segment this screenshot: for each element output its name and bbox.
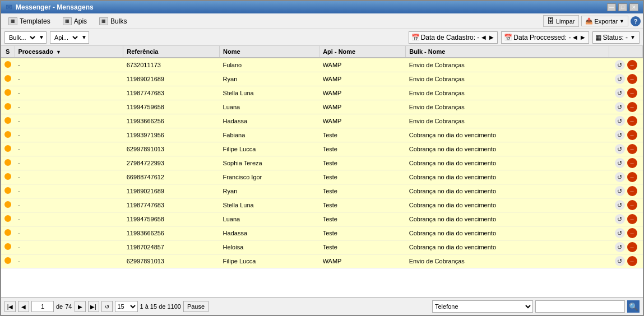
retry-button[interactable]: ↺	[615, 116, 625, 126]
exportar-button[interactable]: 📤 Exportar ▼	[581, 16, 629, 26]
first-page-button[interactable]: |◀	[4, 301, 16, 312]
retry-button[interactable]: ↺	[615, 214, 625, 224]
status-cell	[1, 240, 15, 254]
status-dot	[4, 103, 11, 110]
menu-item-bulks[interactable]: ▦ Bulks	[94, 15, 132, 27]
retry-button[interactable]: ↺	[615, 256, 625, 266]
stop-button[interactable]: –	[627, 144, 637, 154]
retry-button[interactable]: ↺	[615, 144, 625, 154]
nome-cell: Luana	[220, 212, 319, 226]
retry-button[interactable]: ↺	[615, 158, 625, 168]
retry-button[interactable]: ↺	[615, 88, 625, 98]
stop-button[interactable]: –	[627, 242, 637, 252]
search-input[interactable]	[535, 300, 625, 313]
stop-button[interactable]: –	[627, 88, 637, 98]
bulks-label: Bulks	[110, 17, 127, 25]
stop-button[interactable]: –	[627, 200, 637, 210]
retry-button[interactable]: ↺	[615, 60, 625, 70]
data-cadastro-prev-btn[interactable]: ◀	[480, 34, 487, 40]
range-label: 1 à 15 de 1100	[140, 303, 181, 310]
nome-cell: Heloisa	[220, 240, 319, 254]
stop-button[interactable]: –	[627, 214, 637, 224]
status-cell	[1, 226, 15, 240]
stop-button[interactable]: –	[627, 186, 637, 196]
processado-cell: -	[15, 128, 123, 142]
col-bulk-nome[interactable]: Bulk - Nome	[406, 46, 609, 58]
help-button[interactable]: ?	[631, 16, 641, 26]
status-cell	[1, 170, 15, 184]
stop-button[interactable]: –	[627, 102, 637, 112]
status-cell	[1, 72, 15, 86]
stop-button[interactable]: –	[627, 256, 637, 266]
retry-button[interactable]: ↺	[615, 228, 625, 238]
retry-button[interactable]: ↺	[615, 200, 625, 210]
actions-cell: ↺ –	[609, 198, 643, 212]
data-processed-prev-btn[interactable]: ◀	[572, 34, 578, 40]
data-processed-next-btn[interactable]: ▶	[580, 34, 586, 40]
limpar-button[interactable]: 🗄 Limpar	[543, 15, 579, 27]
stop-button[interactable]: –	[627, 60, 637, 70]
retry-button[interactable]: ↺	[615, 74, 625, 84]
processado-cell: -	[15, 86, 123, 100]
bulk-filter-select[interactable]: Bulk... ▼	[4, 31, 47, 44]
processado-cell: -	[15, 100, 123, 114]
retry-button[interactable]: ↺	[615, 102, 625, 112]
stop-button[interactable]: –	[627, 172, 637, 182]
actions-cell: ↺ –	[609, 142, 643, 156]
last-page-button[interactable]: ▶|	[88, 301, 99, 312]
data-processed-label: Data Proccessed: -	[513, 34, 571, 41]
bulk-cell: Cobrança no dia do vencimento	[406, 240, 609, 254]
status-cell	[1, 212, 15, 226]
status-dot	[4, 131, 11, 138]
retry-button[interactable]: ↺	[615, 242, 625, 252]
retry-button[interactable]: ↺	[615, 130, 625, 140]
stop-button[interactable]: –	[627, 228, 637, 238]
table-row: - 11993666256 Hadassa Teste Cobrança no …	[1, 226, 643, 240]
prev-page-button[interactable]: ◀	[18, 301, 29, 312]
api-cell: Teste	[319, 198, 406, 212]
minimize-button[interactable]: —	[607, 3, 616, 11]
bulk-select-input[interactable]: Bulk...	[5, 32, 37, 43]
data-cadastro-filter: 📅 Data de Cadastro: - ◀ ▶	[409, 31, 498, 44]
nome-cell: Filipe Lucca	[220, 254, 319, 268]
stop-button[interactable]: –	[627, 74, 637, 84]
pause-button[interactable]: Pause	[183, 301, 209, 312]
refresh-button[interactable]: ↺	[101, 301, 113, 312]
close-button[interactable]: ✕	[629, 3, 638, 11]
stop-button[interactable]: –	[627, 158, 637, 168]
api-cell: WAMP	[319, 72, 406, 86]
nome-cell: Stella Luna	[220, 86, 319, 100]
templates-label: Templates	[20, 17, 50, 25]
api-filter-select[interactable]: Api... ▼	[50, 31, 89, 44]
bulk-cell: Envio de Cobranças	[406, 72, 609, 86]
status-cell	[1, 142, 15, 156]
table-row: - 62997891013 Filipe Lucca Teste Cobranç…	[1, 142, 643, 156]
retry-button[interactable]: ↺	[615, 186, 625, 196]
col-nome[interactable]: Nome	[220, 46, 319, 58]
status-cell	[1, 128, 15, 142]
status-cell	[1, 184, 15, 198]
col-referencia[interactable]: Referência	[123, 46, 220, 58]
menu-item-templates[interactable]: ▦ Templates	[3, 15, 55, 27]
search-button[interactable]: 🔍	[627, 300, 640, 313]
retry-button[interactable]: ↺	[615, 172, 625, 182]
maximize-button[interactable]: □	[618, 3, 627, 11]
field-filter-select[interactable]: Telefone Nome Referência Api Bulk	[432, 300, 533, 313]
api-cell: Teste	[319, 240, 406, 254]
per-page-select[interactable]: 15 25 50 100	[115, 301, 138, 312]
stop-button[interactable]: –	[627, 116, 637, 126]
api-select-input[interactable]: Api...	[50, 32, 80, 43]
window-title: Messenger - Mensagens	[16, 3, 94, 11]
next-page-button[interactable]: ▶	[75, 301, 86, 312]
current-page-input[interactable]	[31, 301, 54, 312]
menu-item-apis[interactable]: ▦ Apis	[58, 15, 92, 27]
status-chevron-btn[interactable]: ▼	[629, 34, 637, 40]
stop-button[interactable]: –	[627, 130, 637, 140]
data-cadastro-next-btn[interactable]: ▶	[488, 34, 495, 40]
actions-cell: ↺ –	[609, 254, 643, 268]
col-processado[interactable]: Processado ▼	[15, 46, 123, 58]
status-dot	[4, 229, 11, 236]
table-row: - 11987747683 Stella Luna WAMP Envio de …	[1, 86, 643, 100]
table-row: - 11994759658 Luana WAMP Envio de Cobran…	[1, 100, 643, 114]
col-api-nome[interactable]: Api - Nome	[319, 46, 406, 58]
